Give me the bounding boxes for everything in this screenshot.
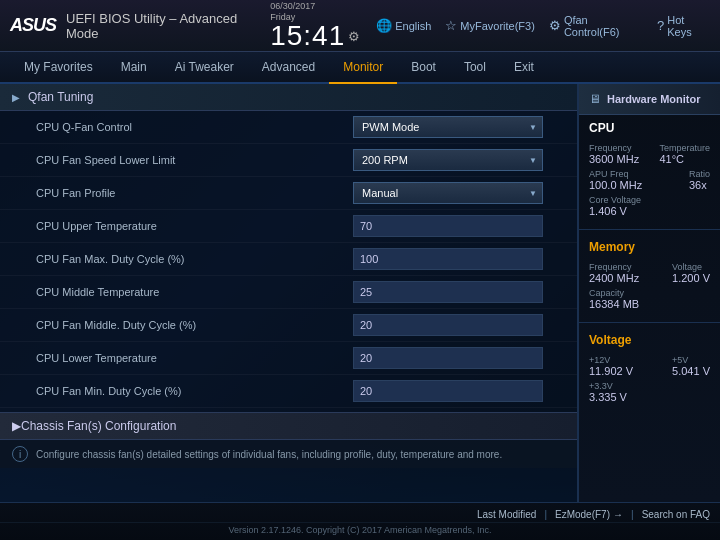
cpu-fan-min-duty-input[interactable]: [353, 380, 543, 402]
hw-mem-freq-label: Frequency: [589, 262, 639, 272]
hw-5v-value: 5.041 V: [672, 365, 710, 377]
cpu-upper-temp-input[interactable]: [353, 215, 543, 237]
hw-cpu-freq-col: Frequency 3600 MHz: [589, 143, 639, 165]
chassis-section-header[interactable]: ▶ Chassis Fan(s) Configuration: [0, 412, 577, 440]
hw-apu-freq-value: 100.0 MHz: [589, 179, 642, 191]
cpu-fan-profile-select[interactable]: Standard Silent Turbo Manual: [353, 182, 543, 204]
nav-main[interactable]: Main: [107, 52, 161, 84]
ez-mode-icon: →: [613, 509, 623, 520]
setting-row-cpu-qfan: CPU Q-Fan Control PWM Mode DC Mode Disab…: [0, 111, 577, 144]
hw-cpu-temp-label: Temperature: [659, 143, 710, 153]
hw-12v-label: +12V: [589, 355, 633, 365]
hw-cpu-section: CPU Frequency 3600 MHz Temperature 41°C …: [579, 115, 720, 225]
nav-ai-tweaker[interactable]: Ai Tweaker: [161, 52, 248, 84]
cpu-lower-temp-input[interactable]: [353, 347, 543, 369]
hw-cpu-ratio-label: Ratio: [689, 169, 710, 179]
cpu-qfan-value: PWM Mode DC Mode Disabled: [353, 116, 553, 138]
chassis-section-title: Chassis Fan(s) Configuration: [21, 419, 176, 433]
settings-gear-icon[interactable]: ⚙: [348, 29, 360, 44]
hw-voltage-section: Voltage +12V 11.902 V +5V 5.041 V +3.3V …: [579, 327, 720, 411]
cpu-upper-temp-label: CPU Upper Temperature: [36, 220, 353, 232]
nav-advanced[interactable]: Advanced: [248, 52, 329, 84]
qfan-arrow-icon: ▶: [12, 92, 20, 103]
qfan-control-button[interactable]: ⚙ Qfan Control(F6): [549, 14, 643, 38]
hardware-monitor-panel: 🖥 Hardware Monitor CPU Frequency 3600 MH…: [578, 84, 720, 502]
cpu-fan-min-duty-label: CPU Fan Min. Duty Cycle (%): [36, 385, 353, 397]
hw-cpu-row-0: Frequency 3600 MHz Temperature 41°C: [589, 143, 710, 165]
setting-row-cpu-fan-profile: CPU Fan Profile Standard Silent Turbo Ma…: [0, 177, 577, 210]
cpu-mid-temp-value: [353, 281, 553, 303]
footer-copyright: Version 2.17.1246. Copyright (C) 2017 Am…: [0, 523, 720, 535]
datetime-block: 06/30/2017Friday 15:41 ⚙: [270, 1, 360, 51]
navbar: My Favorites Main Ai Tweaker Advanced Mo…: [0, 52, 720, 84]
hotkeys-label: Hot Keys: [667, 14, 710, 38]
qfan-section-header[interactable]: ▶ Qfan Tuning: [0, 84, 577, 111]
cpu-fan-max-duty-label: CPU Fan Max. Duty Cycle (%): [36, 253, 353, 265]
nav-tool[interactable]: Tool: [450, 52, 500, 84]
footer-sep-2: |: [631, 509, 634, 520]
cpu-fan-max-duty-input[interactable]: [353, 248, 543, 270]
cpu-mid-temp-label: CPU Middle Temperature: [36, 286, 353, 298]
ez-mode-label: EzMode(F7): [555, 509, 610, 520]
hw-memory-section: Memory Frequency 2400 MHz Voltage 1.200 …: [579, 234, 720, 318]
ez-mode-button[interactable]: EzMode(F7) →: [555, 509, 623, 520]
cpu-fan-lower-select[interactable]: 200 RPM 300 RPM 400 RPM: [353, 149, 543, 171]
language-selector[interactable]: 🌐 English: [376, 18, 431, 33]
asus-logo: ASUS: [10, 15, 56, 36]
hw-5v-col: +5V 5.041 V: [672, 355, 710, 377]
hw-mem-volt-col: Voltage 1.200 V: [672, 262, 710, 284]
header-icons: 🌐 English ☆ MyFavorite(F3) ⚙ Qfan Contro…: [376, 14, 710, 38]
time-display: 15:41: [270, 22, 345, 50]
last-modified-label: Last Modified: [477, 509, 536, 520]
header: ASUS UEFI BIOS Utility – Advanced Mode 0…: [0, 0, 720, 52]
hw-cpu-ratio-value: 36x: [689, 179, 710, 191]
cpu-mid-temp-input[interactable]: [353, 281, 543, 303]
nav-boot[interactable]: Boot: [397, 52, 450, 84]
hw-12v-value: 11.902 V: [589, 365, 633, 377]
setting-row-cpu-upper-temp: CPU Upper Temperature: [0, 210, 577, 243]
hw-voltage-title: Voltage: [589, 333, 710, 349]
hw-mem-volt-value: 1.200 V: [672, 272, 710, 284]
setting-row-cpu-lower-temp: CPU Lower Temperature: [0, 342, 577, 375]
language-label: English: [395, 20, 431, 32]
hw-cpu-freq-label: Frequency: [589, 143, 639, 153]
search-faq-button[interactable]: Search on FAQ: [642, 509, 710, 520]
hw-monitor-header: 🖥 Hardware Monitor: [579, 84, 720, 115]
hw-cpu-temp-value: 41°C: [659, 153, 710, 165]
nav-exit[interactable]: Exit: [500, 52, 548, 84]
cpu-fan-lower-value: 200 RPM 300 RPM 400 RPM: [353, 149, 553, 171]
footer-sep-1: |: [544, 509, 547, 520]
cpu-upper-temp-value: [353, 215, 553, 237]
qfan-label: Qfan Control(F6): [564, 14, 643, 38]
myfavorites-button[interactable]: ☆ MyFavorite(F3): [445, 18, 535, 33]
hw-core-volt-value: 1.406 V: [589, 205, 641, 217]
date-display: 06/30/2017Friday: [270, 1, 360, 23]
hw-core-volt-label: Core Voltage: [589, 195, 641, 205]
hw-mem-freq-col: Frequency 2400 MHz: [589, 262, 639, 284]
hw-monitor-title: Hardware Monitor: [607, 93, 701, 105]
footer: Last Modified | EzMode(F7) → | Search on…: [0, 502, 720, 540]
cpu-fan-profile-value: Standard Silent Turbo Manual: [353, 182, 553, 204]
hw-12v-col: +12V 11.902 V: [589, 355, 633, 377]
hw-mem-row-0: Frequency 2400 MHz Voltage 1.200 V: [589, 262, 710, 284]
bios-title: UEFI BIOS Utility – Advanced Mode: [66, 11, 270, 41]
hw-mem-volt-label: Voltage: [672, 262, 710, 272]
info-text: Configure chassis fan(s) detailed settin…: [36, 449, 502, 460]
hw-mem-row-1: Capacity 16384 MB: [589, 288, 710, 310]
info-bar: i Configure chassis fan(s) detailed sett…: [0, 440, 577, 468]
cpu-qfan-select[interactable]: PWM Mode DC Mode Disabled: [353, 116, 543, 138]
hw-core-volt-col: Core Voltage 1.406 V: [589, 195, 641, 217]
cpu-lower-temp-label: CPU Lower Temperature: [36, 352, 353, 364]
cpu-fan-mid-duty-input[interactable]: [353, 314, 543, 336]
hw-33v-value: 3.335 V: [589, 391, 627, 403]
cpu-fan-lower-label: CPU Fan Speed Lower Limit: [36, 154, 353, 166]
chassis-arrow-icon: ▶: [12, 419, 21, 433]
fan-icon: ⚙: [549, 18, 561, 33]
hw-volt-row-0: +12V 11.902 V +5V 5.041 V: [589, 355, 710, 377]
hotkeys-button[interactable]: ? Hot Keys: [657, 14, 710, 38]
cpu-fan-profile-label: CPU Fan Profile: [36, 187, 353, 199]
nav-monitor[interactable]: Monitor: [329, 52, 397, 84]
hw-apu-freq-label: APU Freq: [589, 169, 642, 179]
monitor-icon: 🖥: [589, 92, 601, 106]
nav-my-favorites[interactable]: My Favorites: [10, 52, 107, 84]
